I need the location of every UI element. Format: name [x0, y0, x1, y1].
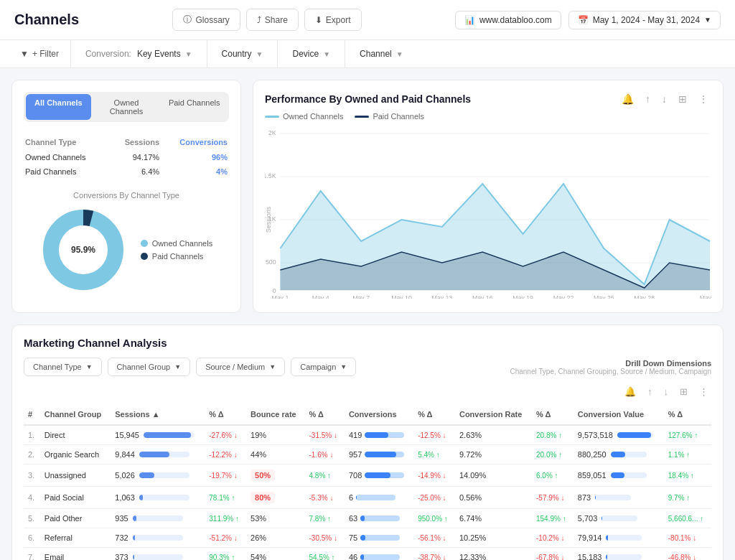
performance-chart-panel: Performance By Owned and Paid Channels 🔔…	[253, 80, 724, 313]
conv-value: 9,573,518	[574, 425, 664, 445]
channel-name: Paid Social	[40, 487, 111, 509]
svg-text:May 22: May 22	[553, 294, 574, 299]
conv-rate: 6.74%	[455, 509, 532, 528]
row-num: 4.	[24, 487, 40, 509]
share-button[interactable]: ⤴ Share	[246, 9, 299, 31]
donut-chart: 95.9%	[40, 207, 126, 293]
tab-owned-channels[interactable]: Owned Channels	[94, 94, 159, 120]
country-filter[interactable]: Country ▼	[207, 40, 278, 67]
table-row: 3. Unassigned 5,026 -19.7% ↓ 50% 4.8% ↑ …	[24, 465, 711, 487]
chevron-down-icon: ▼	[86, 363, 93, 370]
info-icon: ⓘ	[183, 14, 192, 26]
channel-label: Channel	[360, 49, 392, 59]
bell-icon[interactable]: 🔔	[622, 385, 639, 398]
arrow-up-icon[interactable]: ↑	[645, 385, 655, 398]
channel-name: Direct	[40, 425, 111, 445]
export-button[interactable]: ⬇ Export	[304, 9, 362, 31]
table-row: 2. Organic Search 9,844 -12.2% ↓ 44% -1.…	[24, 445, 711, 465]
chevron-down-icon: ▼	[340, 363, 347, 370]
legend-owned-channels: Owned Channels	[265, 112, 343, 121]
row-num: 3.	[24, 465, 40, 487]
campaign-dropdown[interactable]: Campaign ▼	[291, 358, 356, 376]
more-icon[interactable]: ⋮	[696, 385, 711, 398]
table-actions: 🔔 ↑ ↓ ⊞ ⋮	[24, 385, 711, 398]
svg-text:0: 0	[273, 287, 276, 294]
sessions-delta: 78.1% ↑	[205, 487, 246, 509]
more-icon[interactable]: ⋮	[696, 92, 711, 106]
top-section: All Channels Owned Channels Paid Channel…	[11, 80, 724, 313]
col-conv-value: Conversion Value	[574, 404, 664, 425]
grid-icon[interactable]: ⊞	[675, 92, 690, 106]
svg-text:May 28: May 28	[634, 294, 655, 299]
conv-rate: 12.33%	[455, 548, 532, 561]
table-row: 5. Paid Other 935 311.9% ↑ 53% 7.8% ↑ 63	[24, 509, 711, 528]
arrow-up-icon[interactable]: ↑	[642, 92, 653, 106]
chevron-down-icon: ▼	[704, 16, 711, 24]
channel-group-dropdown[interactable]: Channel Group ▼	[108, 358, 191, 376]
conversion-value: Key Events	[137, 49, 181, 59]
chart-actions: 🔔 ↑ ↓ ⊞ ⋮	[619, 92, 711, 106]
conversion-label: Conversion:	[85, 49, 131, 59]
conversion-filter[interactable]: Conversion: Key Events ▼	[71, 40, 207, 67]
conv-delta: -38.7% ↓	[413, 548, 455, 561]
bounce-delta: -1.6% ↓	[304, 445, 344, 465]
conv-value: 15,183	[574, 548, 664, 561]
row-num: 6.	[24, 528, 40, 548]
conversions-cell: 96%	[161, 151, 228, 164]
conv-rate: 9.72%	[455, 445, 532, 465]
conversions-value: 63	[345, 509, 413, 528]
bounce-rate: 80%	[246, 487, 304, 509]
filter-icon: ▼	[20, 49, 29, 59]
paid-color-dot	[141, 253, 148, 260]
bounce-delta: 4.8% ↑	[304, 465, 344, 487]
device-filter[interactable]: Device ▼	[278, 40, 345, 67]
bounce-delta: 54.5% ↑	[304, 548, 344, 561]
grid-icon[interactable]: ⊞	[677, 385, 690, 398]
legend-paid-channels: Paid Channels	[355, 112, 424, 121]
bounce-delta: 7.8% ↑	[304, 509, 344, 528]
conv-rate-delta: -10.2% ↓	[532, 528, 574, 548]
page-title: Channels	[14, 11, 79, 28]
chevron-down-icon: ▼	[185, 50, 192, 58]
bounce-rate: 26%	[246, 528, 304, 548]
svg-text:May 16: May 16	[472, 294, 493, 299]
chevron-down-icon: ▼	[396, 50, 403, 58]
channel-name: Paid Other	[40, 509, 111, 528]
share-icon: ⤴	[257, 15, 261, 25]
owned-line	[265, 116, 279, 118]
sessions-value: 935	[111, 509, 205, 528]
tab-all-channels[interactable]: All Channels	[26, 94, 91, 120]
conversions-value: 957	[345, 445, 413, 465]
arrow-down-icon[interactable]: ↓	[659, 92, 670, 106]
row-num: 1.	[24, 425, 40, 445]
bell-icon[interactable]: 🔔	[619, 92, 637, 106]
col-conv-rate-delta: % Δ	[532, 404, 574, 425]
glossary-button[interactable]: ⓘ Glossary	[172, 9, 240, 31]
filter-add-button[interactable]: ▼ + Filter	[9, 40, 71, 67]
tab-paid-channels[interactable]: Paid Channels	[161, 94, 227, 120]
marketing-channel-analysis: Marketing Channel Analysis Channel Type …	[11, 325, 724, 560]
row-num: 2.	[24, 445, 40, 465]
conv-rate-delta: 6.0% ↑	[532, 465, 574, 487]
col-sessions[interactable]: Sessions ▲	[111, 404, 205, 425]
domain-indicator: 📊 www.databloo.com	[455, 11, 561, 29]
conv-value: 5,703	[574, 509, 664, 528]
channel-type-dropdown[interactable]: Channel Type ▼	[24, 358, 102, 376]
svg-text:2K: 2K	[268, 129, 276, 136]
svg-text:1.5K: 1.5K	[265, 172, 276, 179]
bounce-delta: -31.5% ↓	[304, 425, 344, 445]
arrow-down-icon[interactable]: ↓	[661, 385, 672, 398]
legend-owned: Owned Channels	[141, 239, 212, 248]
col-conversions: Conversions	[345, 404, 413, 425]
date-range-picker[interactable]: 📅 May 1, 2024 - May 31, 2024 ▼	[568, 11, 721, 29]
sessions-cell: 94.17%	[111, 151, 159, 164]
chevron-down-icon: ▼	[323, 50, 330, 58]
svg-text:May 4: May 4	[312, 294, 329, 299]
analysis-filter-row: Channel Type ▼ Channel Group ▼ Source / …	[24, 358, 711, 376]
filter-bar: ▼ + Filter Conversion: Key Events ▼ Coun…	[0, 40, 735, 68]
channel-name: Organic Search	[40, 445, 111, 465]
source-medium-dropdown[interactable]: Source / Medium ▼	[196, 358, 285, 376]
channel-filter[interactable]: Channel ▼	[345, 40, 418, 67]
row-num: 7.	[24, 548, 40, 561]
conv-value: 79,914	[574, 528, 664, 548]
